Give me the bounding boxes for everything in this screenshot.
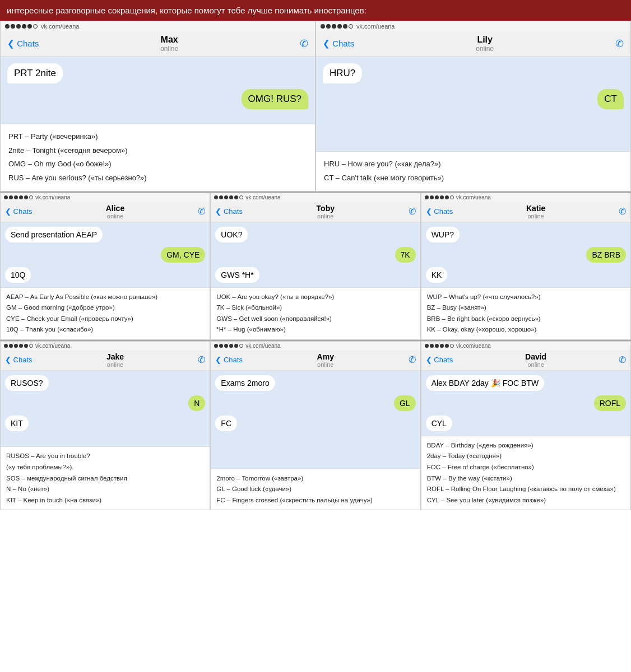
glossary-item: *H* – Hug («обнимаю») (216, 324, 414, 335)
glossary-item: 2moro – Tomorrow («завтра») (216, 473, 414, 484)
chat-contact-status: online (106, 213, 124, 220)
chat-contact-name: Katie (526, 204, 545, 213)
top-chat-grid: vk.com/ueana ❮ Chats Max online ✆ PRT 2n… (0, 21, 631, 192)
chat-contact-name: Toby (317, 204, 335, 213)
phone-icon[interactable]: ✆ (615, 38, 624, 50)
chat-header: ❮ Chats Lily online ✆ (316, 31, 630, 57)
chat-contact-name: David (525, 352, 546, 361)
status-dots (214, 344, 243, 348)
chat-header-center: Max online (160, 35, 178, 53)
chat-panel-amy: vk.com/ueana ❮ Chats Amy online ✆ Exams … (210, 341, 420, 510)
chat-header: ❮ Chats Katie online ✆ (421, 202, 630, 222)
bubble-sent: N (188, 395, 205, 411)
bubble-sent: GM, CYE (161, 247, 205, 263)
chat-panel-lily: vk.com/ueana ❮ Chats Lily online ✆ HRU?C… (316, 21, 631, 192)
chat-body: Send presentation AEAPGM, CYE10Q (1, 222, 210, 287)
glossary-item: HRU – How are you? («как дела?») (324, 157, 623, 171)
statusbar-url: vk.com/ueana (35, 194, 70, 200)
chat-header: ❮ Chats David online ✆ (421, 350, 630, 371)
bubble-received: RUSOS? (5, 375, 49, 391)
chat-body: WUP?BZ BRBKK (421, 222, 630, 287)
status-dots (425, 195, 454, 199)
statusbar-url: vk.com/ueana (456, 194, 491, 200)
phone-icon[interactable]: ✆ (409, 206, 416, 217)
chat-contact-status: online (160, 45, 178, 53)
chat-header: ❮ Chats Amy online ✆ (211, 350, 420, 371)
phone-icon[interactable]: ✆ (619, 206, 626, 217)
status-bar: vk.com/ueana (1, 193, 210, 202)
glossary-item: BZ – Busy («занят») (427, 302, 625, 314)
chat-header-center: Toby online (317, 204, 335, 220)
glossary-item: CYL – See you later («увидимся позже») (427, 495, 625, 506)
bubble-sent: OMG! RUS? (242, 89, 308, 109)
statusbar-url: vk.com/ueana (41, 23, 79, 30)
glossary-item: 2day – Today («сегодня») (427, 451, 625, 462)
back-button[interactable]: ❮ Chats (215, 356, 243, 364)
statusbar-url: vk.com/ueana (456, 343, 491, 349)
mid-chat-grid: vk.com/ueana ❮ Chats Alice online ✆ Send… (0, 192, 631, 340)
glossary-item: KIT – Keep in touch («на связи») (6, 495, 204, 506)
statusbar-url: vk.com/ueana (356, 23, 395, 30)
chat-contact-status: online (525, 361, 546, 368)
phone-icon[interactable]: ✆ (198, 354, 205, 365)
chat-panel-david: vk.com/ueana ❮ Chats David online ✆ Alex… (421, 341, 631, 510)
bubble-received: CYL (426, 416, 452, 431)
back-button[interactable]: ❮ Chats (5, 207, 33, 216)
chat-contact-name: Lily (476, 35, 494, 45)
glossary-item: N – No («нет») (6, 484, 204, 495)
bubble-received: Alex BDAY 2day 🎉 FOC BTW (426, 375, 545, 391)
status-dots (4, 195, 33, 199)
phone-icon[interactable]: ✆ (619, 354, 626, 365)
back-button[interactable]: ❮ Chats (215, 207, 243, 216)
chat-header-center: David online (525, 352, 546, 368)
chat-panel-toby: vk.com/ueana ❮ Chats Toby online ✆ UOK?7… (210, 193, 420, 340)
status-bar: vk.com/ueana (316, 21, 630, 31)
banner-text: интересные разговорные сокращения, котор… (7, 6, 366, 15)
chat-contact-status: online (526, 213, 545, 220)
glossary-item: GWS – Get well soon («поправляйся!») (216, 314, 414, 325)
glossary-item: UOK – Are you okay? («ты в порядке?») (216, 292, 414, 303)
glossary-item: GM – Good morning («доброе утро») (6, 302, 204, 314)
chat-contact-status: online (317, 361, 334, 368)
bubble-received: 10Q (5, 267, 31, 283)
bubble-received: Exams 2moro (215, 375, 275, 391)
phone-icon[interactable]: ✆ (300, 38, 308, 50)
back-button[interactable]: ❮ Chats (426, 356, 453, 364)
bubble-sent: BZ BRB (586, 247, 626, 263)
chat-body: Exams 2moroGLFC (211, 371, 420, 469)
back-button[interactable]: ❮ Chats (323, 39, 354, 49)
glossary-item: 10Q – Thank you («спасибо») (6, 324, 204, 335)
glossary-item: FOC – Free of charge («бесплатно») (427, 462, 625, 473)
glossary-item: BDAY – Birthday («день рождения») (427, 440, 625, 451)
back-button[interactable]: ❮ Chats (5, 356, 33, 364)
chat-panel-alice: vk.com/ueana ❮ Chats Alice online ✆ Send… (0, 193, 210, 340)
chat-header-center: Alice online (106, 204, 124, 220)
chat-panel-max: vk.com/ueana ❮ Chats Max online ✆ PRT 2n… (0, 21, 316, 192)
bubble-received: FC (215, 416, 237, 431)
glossary-item: BRB – Be right back («скоро вернусь») (427, 314, 625, 325)
glossary-item: ROFL – Rolling On Floor Laughing («катаю… (427, 484, 625, 495)
chat-glossary: BDAY – Birthday («день рождения»)2day – … (421, 436, 630, 510)
status-bar: vk.com/ueana (211, 342, 420, 350)
glossary-item: BTW – By the way («кстати») (427, 473, 625, 484)
bubble-received: HRU? (323, 63, 362, 83)
phone-icon[interactable]: ✆ (198, 206, 205, 217)
statusbar-url: vk.com/ueana (35, 343, 70, 349)
chat-header-center: Lily online (476, 35, 494, 53)
chat-contact-name: Max (160, 35, 178, 45)
status-dots (4, 344, 33, 348)
chat-header: ❮ Chats Alice online ✆ (1, 202, 210, 222)
phone-icon[interactable]: ✆ (409, 354, 416, 365)
chat-contact-status: online (106, 361, 124, 368)
glossary-item: RUS – Are you serious? («ты серьезно?») (8, 171, 307, 185)
back-button[interactable]: ❮ Chats (7, 39, 39, 49)
status-bar: vk.com/ueana (421, 342, 630, 350)
glossary-item: («у тебя проблемы?»). (6, 462, 204, 473)
bot-chat-grid: vk.com/ueana ❮ Chats Jake online ✆ RUSOS… (0, 340, 631, 510)
glossary-item: OMG – Oh my God («о боже!») (8, 157, 307, 171)
glossary-item: WUP – What's up? («что случилось?») (427, 292, 625, 303)
bubble-received: GWS *H* (215, 267, 259, 283)
bubble-received: KK (426, 267, 448, 283)
back-button[interactable]: ❮ Chats (426, 207, 453, 216)
bubble-sent: 7K (395, 247, 416, 263)
